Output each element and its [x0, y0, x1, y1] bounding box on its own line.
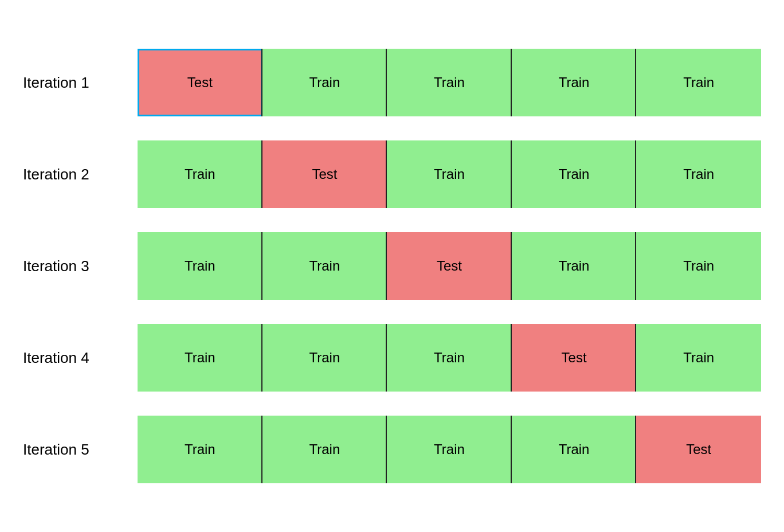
iteration-label-1: Iteration 1 [23, 74, 138, 92]
block-4-3: Train [387, 324, 512, 392]
block-5-5: Test [636, 416, 761, 483]
iteration-label-3: Iteration 3 [23, 257, 138, 275]
iteration-label-4: Iteration 4 [23, 349, 138, 367]
block-5-4: Train [512, 416, 637, 483]
block-2-4: Train [512, 140, 637, 208]
block-2-3: Train [387, 140, 512, 208]
iteration-row-1: Iteration 1TestTrainTrainTrainTrain [23, 37, 761, 128]
blocks-container-4: TrainTrainTrainTestTrain [138, 324, 761, 392]
block-1-3: Train [387, 49, 512, 116]
block-1-2: Train [262, 49, 387, 116]
blocks-container-5: TrainTrainTrainTrainTest [138, 416, 761, 483]
block-2-2: Test [262, 140, 387, 208]
block-3-4: Train [512, 232, 637, 300]
block-5-2: Train [262, 416, 387, 483]
cross-validation-diagram: Iteration 1TestTrainTrainTrainTrainItera… [0, 25, 784, 507]
block-5-3: Train [387, 416, 512, 483]
iteration-row-4: Iteration 4TrainTrainTrainTestTrain [23, 312, 761, 404]
blocks-container-2: TrainTestTrainTrainTrain [138, 140, 761, 208]
block-3-5: Train [636, 232, 761, 300]
block-4-5: Train [636, 324, 761, 392]
iteration-row-2: Iteration 2TrainTestTrainTrainTrain [23, 128, 761, 220]
iteration-label-2: Iteration 2 [23, 166, 138, 183]
block-3-1: Train [138, 232, 262, 300]
block-2-5: Train [636, 140, 761, 208]
block-5-1: Train [138, 416, 262, 483]
block-3-2: Train [262, 232, 387, 300]
iteration-row-5: Iteration 5TrainTrainTrainTrainTest [23, 404, 761, 495]
blocks-container-1: TestTrainTrainTrainTrain [138, 49, 761, 116]
blocks-container-3: TrainTrainTestTrainTrain [138, 232, 761, 300]
block-1-4: Train [512, 49, 637, 116]
block-2-1: Train [138, 140, 262, 208]
block-1-1: Test [138, 49, 262, 116]
iteration-label-5: Iteration 5 [23, 441, 138, 459]
iteration-row-3: Iteration 3TrainTrainTestTrainTrain [23, 220, 761, 312]
block-1-5: Train [636, 49, 761, 116]
block-4-1: Train [138, 324, 262, 392]
block-4-2: Train [262, 324, 387, 392]
block-3-3: Test [387, 232, 512, 300]
block-4-4: Test [512, 324, 637, 392]
